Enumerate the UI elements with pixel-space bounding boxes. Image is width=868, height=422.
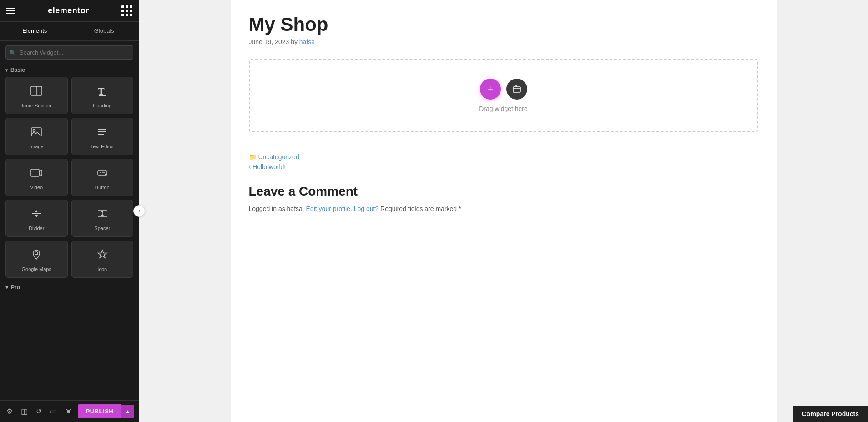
compare-products-bar[interactable]: Compare Products	[793, 406, 868, 422]
section-arrow-icon: ▾	[5, 68, 8, 73]
widget-button-label: Button	[95, 185, 110, 190]
comments-section: Leave a Comment Logged in as hafsa. Edit…	[249, 184, 758, 212]
add-template-button[interactable]	[506, 79, 527, 100]
settings-icon[interactable]: ⚙	[5, 405, 15, 417]
drop-zone[interactable]: + Drag widget here	[249, 59, 758, 132]
widget-text-editor-label: Text Editor	[91, 144, 114, 149]
prev-post-link[interactable]: Hello world!	[249, 163, 286, 171]
layers-icon[interactable]: ◫	[19, 405, 30, 417]
history-icon[interactable]: ↺	[34, 405, 44, 417]
svg-rect-23	[513, 87, 520, 92]
category-link[interactable]: Uncategorized	[258, 153, 299, 161]
widget-google-maps-label: Google Maps	[22, 266, 51, 272]
widget-inner-section-label: Inner Section	[22, 103, 51, 108]
panel-topbar: elementor	[0, 0, 139, 22]
add-widget-button[interactable]: +	[480, 79, 501, 100]
widget-video-label: Video	[30, 185, 43, 190]
preview-icon[interactable]: 👁	[63, 406, 74, 417]
post-author-link[interactable]: hafsa	[299, 38, 315, 45]
content-area: My Shop June 19, 2023 by hafsa + Drag wi…	[139, 0, 868, 422]
bottom-icons: ⚙ ◫ ↺ ▭ 👁	[5, 405, 74, 417]
video-icon	[30, 166, 43, 181]
widget-icon-label: Icon	[97, 266, 107, 272]
logout-link[interactable]: Log out?	[354, 205, 379, 212]
hamburger-icon[interactable]	[6, 8, 15, 14]
grid-icon[interactable]	[121, 5, 132, 16]
icon-widget-icon	[96, 248, 109, 263]
post-date: June 19, 2023 by	[249, 38, 298, 45]
svg-point-6	[33, 130, 35, 132]
svg-marker-16	[35, 215, 38, 217]
post-meta: June 19, 2023 by hafsa	[249, 38, 758, 45]
tab-elements[interactable]: Elements	[0, 22, 70, 40]
drop-zone-buttons: +	[480, 79, 527, 100]
category-icon: 📁	[249, 153, 257, 161]
image-icon	[30, 126, 43, 140]
heading-icon: T	[96, 85, 109, 99]
panel-bottom-bar: ⚙ ◫ ↺ ▭ 👁 PUBLISH ▲	[0, 400, 139, 422]
widget-heading-label: Heading	[93, 103, 111, 108]
widget-image-label: Image	[30, 144, 44, 149]
pro-section-arrow-icon: ▾	[5, 284, 8, 291]
search-area	[0, 41, 139, 64]
widget-spacer[interactable]: Spacer	[71, 200, 134, 237]
page-wrapper: My Shop June 19, 2023 by hafsa + Drag wi…	[231, 0, 777, 422]
widget-image[interactable]: Image	[5, 118, 68, 155]
button-icon	[96, 166, 109, 181]
elementor-logo: elementor	[48, 6, 89, 15]
spacer-icon	[96, 207, 109, 222]
widget-inner-section[interactable]: Inner Section	[5, 77, 68, 114]
svg-rect-10	[31, 169, 39, 176]
text-editor-icon	[96, 126, 109, 140]
widget-google-maps[interactable]: Google Maps	[5, 241, 68, 278]
required-marker: *	[459, 205, 461, 212]
svg-marker-15	[35, 210, 38, 212]
widget-heading[interactable]: T Heading	[71, 77, 134, 114]
divider-icon	[30, 207, 43, 222]
tab-globals[interactable]: Globals	[70, 22, 139, 40]
pro-section-label: ▾ Pro	[0, 281, 139, 292]
widget-button[interactable]: Button	[71, 159, 134, 196]
basic-section-label: ▾ Basic	[0, 64, 139, 77]
google-maps-icon	[30, 248, 43, 263]
search-input[interactable]	[5, 45, 133, 60]
comments-title: Leave a Comment	[249, 184, 758, 199]
widget-divider-label: Divider	[29, 226, 44, 231]
panel-collapse-handle[interactable]: ‹	[133, 205, 145, 217]
publish-chevron-button[interactable]: ▲	[121, 405, 134, 418]
drop-hint-text: Drag widget here	[479, 105, 528, 112]
widget-video[interactable]: Video	[5, 159, 68, 196]
widget-text-editor[interactable]: Text Editor	[71, 118, 134, 155]
post-footer: 📁 Uncategorized Hello world!	[249, 146, 758, 171]
publish-button-group: PUBLISH ▲	[78, 404, 134, 418]
edit-profile-link[interactable]: Edit your profile	[306, 205, 350, 212]
post-category: 📁 Uncategorized	[249, 153, 758, 161]
widget-divider[interactable]: Divider	[5, 200, 68, 237]
panel-tabs: Elements Globals	[0, 22, 139, 41]
svg-point-22	[35, 252, 38, 255]
logged-in-text: Logged in as hafsa. Edit your profile. L…	[249, 205, 758, 212]
elementor-panel: elementor Elements Globals ▾ Basic	[0, 0, 139, 422]
publish-button[interactable]: PUBLISH	[78, 404, 122, 418]
widget-icon[interactable]: Icon	[71, 241, 134, 278]
widget-grid: Inner Section T Heading Image	[0, 77, 139, 281]
post-title: My Shop	[249, 14, 758, 35]
inner-section-icon	[30, 85, 43, 99]
widget-spacer-label: Spacer	[94, 226, 110, 231]
responsive-icon[interactable]: ▭	[48, 405, 59, 417]
